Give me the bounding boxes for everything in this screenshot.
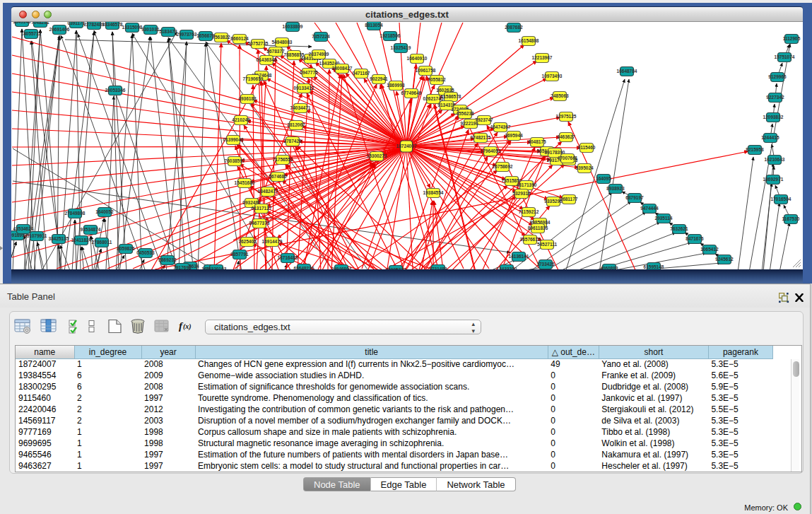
svg-text:2681177: 2681177	[560, 197, 578, 201]
svg-text:5869232: 5869232	[158, 257, 177, 262]
svg-text:18724007: 18724007	[396, 144, 417, 148]
svg-text:01399049: 01399049	[223, 137, 244, 142]
svg-text:15451680: 15451680	[235, 180, 255, 185]
svg-text:9022941: 9022941	[370, 76, 388, 81]
svg-text:2087682: 2087682	[505, 25, 523, 30]
svg-text:38346578: 38346578	[102, 22, 123, 27]
svg-text:36576615: 36576615	[520, 237, 541, 242]
svg-text:61595148: 61595148	[644, 264, 664, 269]
svg-text:14055712: 14055712	[21, 31, 42, 36]
svg-text:54948083: 54948083	[272, 40, 293, 45]
svg-text:47007661: 47007661	[558, 156, 578, 160]
svg-text:71159212: 71159212	[519, 209, 539, 214]
svg-text:0471167: 0471167	[353, 71, 370, 76]
svg-text:8059826: 8059826	[117, 246, 135, 251]
svg-text:1244415: 1244415	[761, 135, 779, 140]
svg-text:26758692: 26758692	[493, 164, 513, 169]
svg-text:12213967: 12213967	[532, 55, 553, 60]
svg-text:51079911: 51079911	[27, 233, 47, 238]
svg-text:20691406: 20691406	[49, 27, 70, 32]
svg-text:9301031: 9301031	[141, 27, 160, 32]
svg-text:54527111: 54527111	[537, 242, 558, 247]
svg-text:1845146: 1845146	[13, 22, 31, 24]
svg-text:8215958: 8215958	[746, 147, 764, 152]
svg-text:14136141: 14136141	[509, 254, 529, 259]
svg-text:6048175: 6048175	[528, 139, 546, 144]
svg-text:29973763: 29973763	[177, 32, 197, 37]
svg-text:74034471: 74034471	[290, 105, 311, 110]
svg-text:10961758: 10961758	[416, 68, 436, 73]
svg-text:7632621: 7632621	[670, 226, 688, 231]
svg-text:9227342: 9227342	[766, 95, 784, 100]
svg-text:46474367: 46474367	[490, 124, 511, 129]
svg-text:9463627: 9463627	[557, 134, 575, 139]
svg-text:4936183: 4936183	[238, 96, 257, 101]
svg-text:61317127: 61317127	[252, 206, 272, 211]
svg-text:4556238: 4556238	[456, 111, 474, 116]
svg-text:89611836: 89611836	[528, 226, 548, 230]
svg-text:19218506: 19218506	[380, 33, 401, 38]
svg-text:15300273: 15300273	[367, 153, 387, 158]
svg-text:43171390: 43171390	[517, 182, 537, 187]
svg-text:6879197: 6879197	[625, 195, 644, 200]
svg-text:38425135: 38425135	[49, 236, 69, 241]
svg-text:1640052: 1640052	[95, 209, 114, 214]
svg-text:1733426: 1733426	[536, 262, 555, 267]
svg-text:4210249: 4210249	[232, 117, 250, 122]
svg-text:13325419: 13325419	[391, 45, 411, 50]
svg-text:03482477: 03482477	[258, 189, 278, 194]
svg-text:9857791: 9857791	[230, 252, 249, 257]
svg-text:9115460: 9115460	[578, 145, 596, 150]
svg-text:10973493: 10973493	[542, 74, 563, 78]
svg-text:01436349: 01436349	[257, 57, 277, 62]
svg-text:76038597: 76038597	[225, 158, 245, 163]
svg-text:07482175: 07482175	[471, 135, 491, 140]
svg-text:9129966: 9129966	[768, 74, 787, 79]
svg-text:3695944: 3695944	[505, 133, 523, 138]
svg-text:164095: 164095	[596, 176, 611, 181]
svg-text:13692971: 13692971	[763, 177, 784, 182]
svg-text:3678377: 3678377	[266, 49, 285, 54]
svg-text:1167530: 1167530	[782, 216, 800, 221]
svg-text:(x): (x)	[183, 322, 192, 331]
svg-text:7357224: 7357224	[312, 34, 330, 39]
svg-text:0391171: 0391171	[68, 22, 86, 25]
svg-text:13315098: 13315098	[122, 25, 143, 30]
svg-text:61586578: 61586578	[441, 94, 461, 99]
svg-text:16914479: 16914479	[262, 239, 283, 244]
svg-text:0947775: 0947775	[300, 70, 318, 75]
svg-text:5183473: 5183473	[159, 29, 177, 34]
svg-text:7048281: 7048281	[31, 22, 49, 25]
svg-text:1112905: 1112905	[783, 36, 801, 41]
svg-text:71756551: 71756551	[273, 157, 293, 162]
svg-text:20053346: 20053346	[105, 88, 126, 93]
svg-text:15751074: 15751074	[775, 54, 795, 59]
svg-text:8660124: 8660124	[230, 36, 249, 41]
svg-text:7923747: 7923747	[475, 117, 493, 122]
svg-text:5395024: 5395024	[575, 165, 594, 170]
svg-text:2812067: 2812067	[287, 122, 305, 127]
svg-text:16210643: 16210643	[765, 157, 785, 162]
svg-text:2935114: 2935114	[655, 216, 673, 221]
svg-text:27849808: 27849808	[65, 211, 86, 216]
svg-text:12093832: 12093832	[763, 115, 784, 119]
svg-text:1869993: 1869993	[387, 83, 405, 88]
svg-text:09133412: 09133412	[294, 86, 314, 90]
svg-text:19384554: 19384554	[423, 190, 444, 195]
svg-text:7563822: 7563822	[212, 35, 230, 40]
svg-text:12975125: 12975125	[556, 114, 577, 119]
svg-text:16640910: 16640910	[407, 56, 428, 61]
svg-text:27868011: 27868011	[92, 240, 112, 245]
svg-text:93534874: 93534874	[81, 227, 101, 232]
svg-text:9474444: 9474444	[640, 206, 659, 211]
svg-text:8471676: 8471676	[686, 236, 704, 241]
svg-text:1065412: 1065412	[700, 247, 719, 252]
svg-text:9245612: 9245612	[715, 257, 734, 262]
svg-text:5674680: 5674680	[269, 174, 287, 179]
svg-text:16154808: 16154808	[519, 38, 539, 43]
svg-text:5329318: 5329318	[512, 191, 531, 196]
svg-text:23374989: 23374989	[309, 52, 329, 57]
svg-text:22782489: 22782489	[84, 22, 105, 27]
svg-text:16648784: 16648784	[617, 69, 637, 74]
svg-text:8813054: 8813054	[365, 23, 383, 28]
